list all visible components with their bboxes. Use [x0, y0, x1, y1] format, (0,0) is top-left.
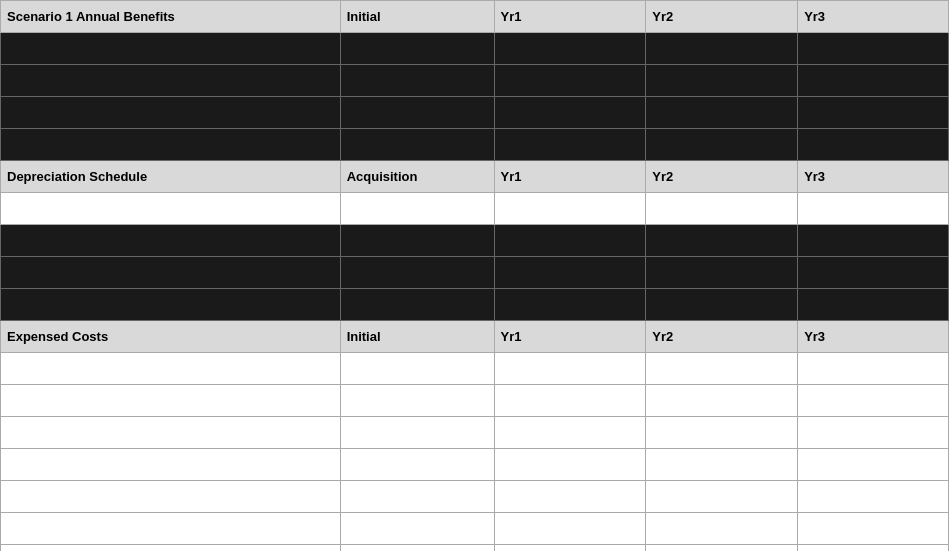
expensed-col-b: Initial [340, 321, 494, 353]
depreciation-col-d: Yr2 [646, 161, 798, 193]
expensed-label: Expensed Costs [1, 321, 341, 353]
depreciation-row-4[interactable] [1, 289, 949, 321]
expensed-row-4[interactable] [1, 449, 949, 481]
depreciation-row-2[interactable] [1, 225, 949, 257]
expensed-col-d: Yr2 [646, 321, 798, 353]
benefits-row-3[interactable] [1, 97, 949, 129]
expensed-row-6[interactable] [1, 513, 949, 545]
depreciation-row-3[interactable] [1, 257, 949, 289]
expensed-header-row: Expensed Costs Initial Yr1 Yr2 Yr3 [1, 321, 949, 353]
expensed-row-1[interactable] [1, 353, 949, 385]
expensed-row-7[interactable] [1, 545, 949, 552]
benefits-row-4[interactable] [1, 129, 949, 161]
expensed-row-2[interactable] [1, 385, 949, 417]
depreciation-label: Depreciation Schedule [1, 161, 341, 193]
expensed-row-5[interactable] [1, 481, 949, 513]
depreciation-col-c: Yr1 [494, 161, 646, 193]
depreciation-row-1[interactable] [1, 193, 949, 225]
benefits-row-1[interactable] [1, 33, 949, 65]
expensed-col-e: Yr3 [798, 321, 949, 353]
benefits-col-c: Yr1 [494, 1, 646, 33]
benefits-col-e: Yr3 [798, 1, 949, 33]
spreadsheet: Scenario 1 Annual Benefits Initial Yr1 Y… [0, 0, 949, 551]
benefits-label: Scenario 1 Annual Benefits [1, 1, 341, 33]
benefits-col-d: Yr2 [646, 1, 798, 33]
depreciation-col-b: Acquisition [340, 161, 494, 193]
depreciation-header-row: Depreciation Schedule Acquisition Yr1 Yr… [1, 161, 949, 193]
benefits-row-2[interactable] [1, 65, 949, 97]
expensed-col-c: Yr1 [494, 321, 646, 353]
expensed-row-3[interactable] [1, 417, 949, 449]
benefits-header-row: Scenario 1 Annual Benefits Initial Yr1 Y… [1, 1, 949, 33]
benefits-col-b: Initial [340, 1, 494, 33]
depreciation-col-e: Yr3 [798, 161, 949, 193]
